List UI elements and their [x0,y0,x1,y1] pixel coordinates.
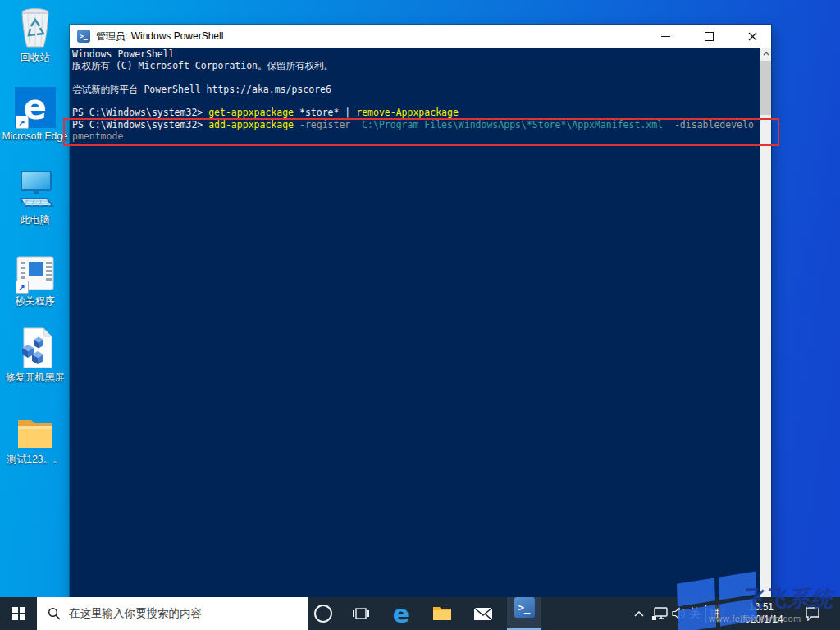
recycle-bin-icon [17,5,53,49]
desktop-icon-this-pc[interactable]: 此电脑 [0,167,70,226]
minimize-button[interactable] [646,25,684,48]
search-icon [48,607,61,620]
tray-volume-button[interactable] [669,597,687,630]
taskbar-edge-button[interactable]: e [382,597,420,630]
taskbar-search-input[interactable]: 在这里输入你要搜索的内容 [37,597,308,630]
desktop-icon-label: 此电脑 [19,214,52,226]
mail-icon [473,607,493,621]
shortcut-arrow-icon: ↗ [16,116,29,129]
shortcut-arrow-icon: ↗ [16,281,29,294]
this-pc-icon [14,167,57,212]
desktop-icon-label: 回收站 [19,52,52,63]
desktop-icon-label: Microsoft Edge [0,130,69,142]
action-center-icon [805,606,820,621]
console-scrollbar[interactable] [760,48,771,630]
tray-time: 16:51 [749,601,774,614]
console-output[interactable]: Windows PowerShell版权所有 (C) Microsoft Cor… [72,48,760,142]
desktop-icon-label: 秒关程序 [14,295,57,307]
tray-language-indicator[interactable]: 英 [687,597,702,630]
start-button[interactable] [0,597,37,630]
search-placeholder: 在这里输入你要搜索的内容 [69,606,202,621]
close-icon [748,32,757,41]
console-area[interactable]: Windows PowerShell版权所有 (C) Microsoft Cor… [70,48,771,630]
maximize-icon [705,32,714,41]
desktop-icon-quick-close-app[interactable]: ↗ 秒关程序 [0,249,70,307]
edge-icon: e [393,600,409,628]
file-explorer-icon [432,605,452,622]
network-icon [651,607,668,621]
desktop-icon-fix-black-screen[interactable]: 修复开机黑屏 [0,325,70,383]
speaker-icon [672,607,686,620]
tray-show-hidden-icons-button[interactable] [630,597,648,630]
chevron-up-icon [634,611,644,617]
action-center-button[interactable] [797,597,827,630]
windows-logo-icon [12,607,25,620]
powershell-icon: >_ [77,30,90,43]
tray-date: 2020/1/14 [739,614,783,626]
powershell-icon: >_ [514,597,535,618]
taskbar-mail-button[interactable] [464,597,502,630]
powershell-window: >_ 管理员: Windows PowerShell Windows Power… [70,25,771,630]
cortana-icon [314,605,332,623]
app-window-icon: ↗ [15,249,56,293]
window-titlebar[interactable]: >_ 管理员: Windows PowerShell [70,25,771,48]
folder-icon [15,407,56,451]
registry-file-icon [16,325,55,369]
scrollbar-up-arrow[interactable] [760,48,771,59]
desktop-icon-recycle-bin[interactable]: 回收站 [0,5,70,63]
cortana-button[interactable] [307,597,340,630]
taskbar: 在这里输入你要搜索的内容 e >_ [0,597,840,630]
ime-icon: 拼 [705,605,724,623]
tray-network-button[interactable] [649,597,669,630]
scrollbar-thumb[interactable] [760,61,771,115]
tray-ime-button[interactable]: 拼 [704,597,726,630]
maximize-button[interactable] [690,25,728,48]
desktop-icon-microsoft-edge[interactable]: e ↗ Microsoft Edge [0,84,70,142]
window-title: 管理员: Windows PowerShell [96,30,641,43]
minimize-icon [661,36,670,37]
close-button[interactable] [733,25,771,48]
edge-icon: e ↗ [15,84,56,128]
desktop-icon-test-folder[interactable]: 测试123。。 [0,407,70,465]
task-view-button[interactable] [343,597,379,630]
taskbar-file-explorer-button[interactable] [423,597,461,630]
desktop-icon-label: 测试123。。 [5,454,64,465]
tray-clock[interactable]: 16:51 2020/1/14 [728,597,794,630]
taskbar-powershell-button[interactable]: >_ [507,597,541,630]
task-view-icon [352,606,370,621]
language-label: 英 [689,606,701,621]
desktop-icon-label: 修复开机黑屏 [4,372,66,383]
